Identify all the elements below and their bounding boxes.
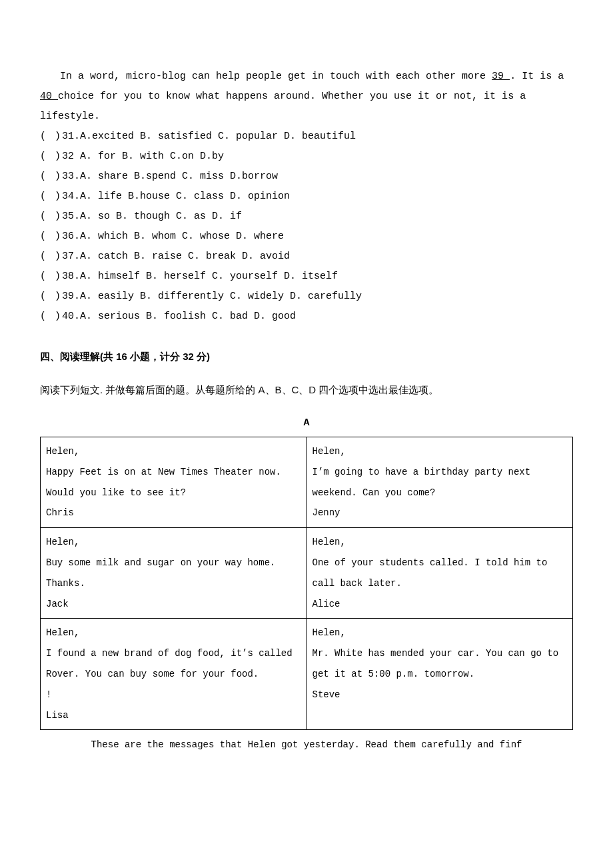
- table-row: Helen,Buy some milk and sugar on your wa…: [41, 528, 573, 619]
- msg-cell-alice: Helen,One of your students called. I tol…: [306, 528, 573, 619]
- option-33: ( )33.A. share B.spend C. miss D.borrow: [40, 167, 573, 187]
- table-letter: A: [40, 413, 573, 433]
- options-block: ( )31.A.excited B. satisfied C. popular …: [40, 127, 573, 327]
- option-37: ( )37.A. catch B. raise C. break D. avoi…: [40, 247, 573, 267]
- msg-cell-chris: Helen,Happy Feet is on at New Times Thea…: [41, 437, 307, 528]
- option-36: ( )36.A. which B. whom C. whose D. where: [40, 227, 573, 247]
- messages-table: Helen,Happy Feet is on at New Times Thea…: [40, 437, 573, 730]
- msg-cell-jenny: Helen,I’m going to have a birthday party…: [306, 437, 573, 528]
- passage-paragraph: In a word, micro-blog can help people ge…: [40, 67, 573, 127]
- msg-cell-jack: Helen,Buy some milk and sugar on your wa…: [41, 528, 307, 619]
- option-34: ( )34.A. life B.house C. class D. opinio…: [40, 187, 573, 207]
- option-32: ( )32 A. for B. with C.on D.by: [40, 147, 573, 167]
- msg-cell-steve: Helen,Mr. White has mended your car. You…: [306, 619, 573, 730]
- footnote-text: These are the messages that Helen got ye…: [40, 735, 573, 754]
- option-35: ( )35.A. so B. though C. as D. if: [40, 207, 573, 227]
- table-row: Helen,I found a new brand of dog food, i…: [41, 619, 573, 730]
- table-row: Helen,Happy Feet is on at New Times Thea…: [41, 437, 573, 528]
- option-40: ( )40.A. serious B. foolish C. bad D. go…: [40, 307, 573, 327]
- option-39: ( )39.A. easily B. differently C. widely…: [40, 287, 573, 307]
- msg-cell-lisa: Helen,I found a new brand of dog food, i…: [41, 619, 307, 730]
- section-title: 四、阅读理解(共 16 小题，计分 32 分): [40, 347, 573, 367]
- section-instruction: 阅读下列短文. 并做每篇后面的题。从每题所给的 A、B、C、D 四个选项中选出最…: [40, 380, 573, 400]
- option-38: ( )38.A. himself B. herself C. yourself …: [40, 267, 573, 287]
- option-31: ( )31.A.excited B. satisfied C. popular …: [40, 127, 573, 147]
